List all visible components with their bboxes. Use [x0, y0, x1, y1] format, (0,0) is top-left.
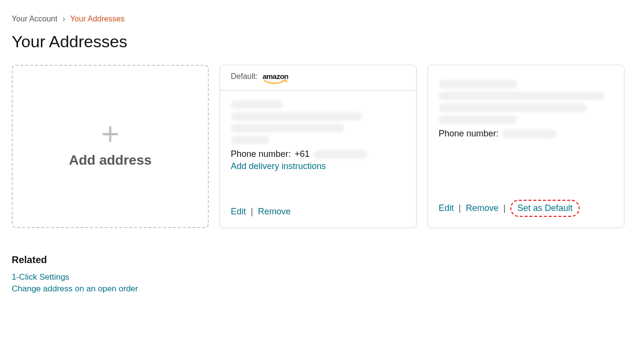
- redacted-line: [231, 112, 362, 121]
- redacted-line: [231, 124, 344, 133]
- breadcrumb-separator: ›: [62, 15, 65, 23]
- address-card-default: Default: amazon Phone number: +6: [220, 65, 417, 228]
- phone-number-line: Phone number: +61: [231, 149, 405, 159]
- page-title: Your Addresses: [12, 32, 632, 51]
- phone-number-line: Phone number:: [439, 129, 613, 139]
- add-address-label: Add address: [69, 152, 152, 168]
- redacted-address-block: [231, 100, 405, 144]
- phone-label: Phone number:: [439, 129, 499, 139]
- action-separator: |: [251, 207, 253, 217]
- related-links: 1-Click Settings Change address on an op…: [12, 272, 632, 294]
- action-separator: |: [503, 203, 506, 213]
- redacted-phone: [503, 130, 556, 138]
- action-separator: |: [459, 203, 461, 213]
- breadcrumb: Your Account › Your Addresses: [12, 15, 632, 23]
- related-section: Related 1-Click Settings Change address …: [12, 254, 632, 294]
- default-label: Default:: [231, 72, 258, 81]
- redacted-line: [231, 135, 269, 144]
- set-as-default-link[interactable]: Set as Default: [517, 203, 572, 213]
- change-order-address-link[interactable]: Change address on an open order: [12, 284, 632, 294]
- breadcrumb-account-link[interactable]: Your Account: [12, 15, 58, 23]
- redacted-line: [439, 103, 587, 112]
- remove-address-link[interactable]: Remove: [466, 203, 499, 213]
- redacted-line: [439, 92, 604, 100]
- redacted-line: [231, 100, 283, 109]
- add-address-tile[interactable]: + Add address: [12, 65, 209, 228]
- redacted-phone: [314, 150, 367, 159]
- one-click-settings-link[interactable]: 1-Click Settings: [12, 272, 632, 282]
- set-default-highlight: Set as Default: [510, 200, 579, 217]
- edit-address-link[interactable]: Edit: [439, 203, 454, 213]
- page-root: Your Account › Your Addresses Your Addre…: [0, 0, 644, 313]
- amazon-logo-text: amazon: [262, 73, 288, 80]
- breadcrumb-current: Your Addresses: [70, 15, 124, 23]
- edit-address-link[interactable]: Edit: [231, 207, 246, 217]
- address-card-actions: Edit | Remove | Set as Default: [428, 200, 590, 217]
- address-cards-row: + Add address Default: amazon: [12, 65, 632, 228]
- address-card-secondary: Phone number: Edit | Remove | Set as Def…: [427, 65, 624, 228]
- default-address-header: Default: amazon: [220, 65, 416, 91]
- amazon-logo-icon: amazon: [262, 73, 288, 84]
- address-card-actions: Edit | Remove: [220, 207, 302, 217]
- redacted-line: [439, 80, 517, 89]
- add-delivery-instructions-link[interactable]: Add delivery instructions: [231, 161, 326, 171]
- phone-prefix: +61: [295, 149, 310, 159]
- phone-label: Phone number:: [231, 149, 291, 159]
- remove-address-link[interactable]: Remove: [258, 207, 291, 217]
- redacted-address-block: [439, 80, 613, 124]
- redacted-line: [439, 115, 517, 124]
- related-heading: Related: [12, 254, 632, 266]
- plus-icon: +: [101, 125, 119, 143]
